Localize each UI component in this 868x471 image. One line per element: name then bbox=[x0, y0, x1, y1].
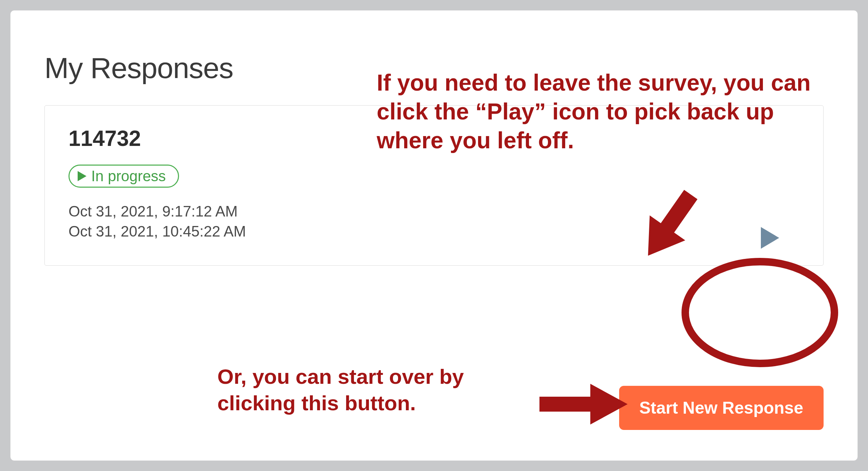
start-new-response-button[interactable]: Start New Response bbox=[619, 386, 824, 430]
svg-point-4 bbox=[685, 262, 834, 363]
svg-marker-1 bbox=[761, 227, 779, 249]
svg-rect-5 bbox=[539, 397, 594, 412]
resume-play-button[interactable] bbox=[761, 227, 779, 250]
svg-marker-6 bbox=[590, 384, 628, 425]
annotation-startnew-text: Or, you can start over by clicking this … bbox=[217, 363, 522, 416]
annotation-resume-text: If you need to leave the survey, you can… bbox=[377, 68, 831, 155]
status-label: In progress bbox=[91, 168, 166, 185]
svg-marker-0 bbox=[78, 171, 86, 181]
annotation-arrow-icon bbox=[539, 384, 628, 426]
responses-panel: My Responses 114732 In progress Oct 31, … bbox=[10, 10, 858, 461]
play-icon bbox=[78, 168, 86, 185]
play-icon bbox=[761, 227, 779, 249]
annotation-circle-icon bbox=[678, 255, 841, 372]
annotation-arrow-icon bbox=[631, 184, 706, 266]
status-badge: In progress bbox=[68, 165, 179, 188]
